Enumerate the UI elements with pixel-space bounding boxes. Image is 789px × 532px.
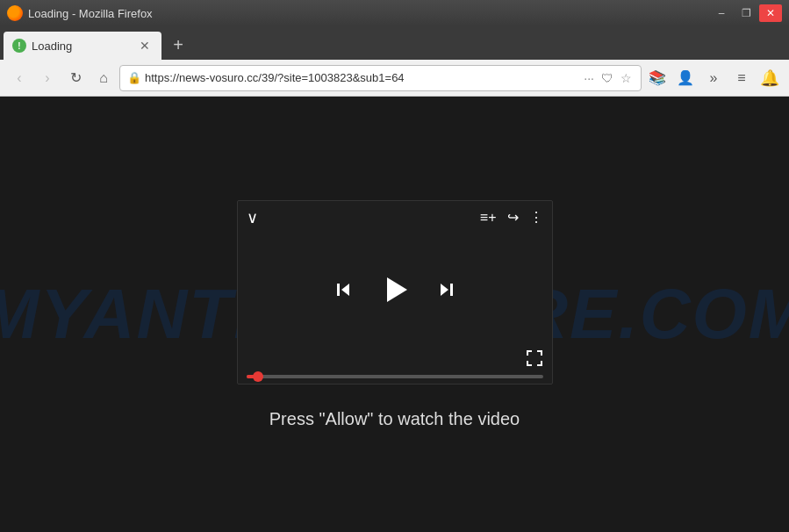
reload-button[interactable]: ↻ — [63, 66, 88, 90]
restore-button[interactable]: ❐ — [735, 4, 757, 22]
address-actions: ··· 🛡 ☆ — [582, 69, 634, 87]
navbar: ‹ › ↻ ⌂ 🔒 https://news-vosuro.cc/39/?sit… — [0, 60, 789, 97]
window-controls: – ❐ ✕ — [710, 4, 782, 22]
browser-window: Loading - Mozilla Firefox – ❐ ✕ Loading … — [0, 0, 789, 532]
library-button[interactable]: 📚 — [645, 66, 670, 90]
menu-icon: ≡ — [737, 70, 745, 86]
close-button[interactable]: ✕ — [759, 4, 782, 22]
player-center-controls — [238, 234, 552, 346]
url-more-icon[interactable]: ··· — [582, 69, 596, 87]
minimize-button[interactable]: – — [710, 4, 733, 22]
url-text: https://news-vosuro.cc/39/?site=1003823&… — [145, 71, 578, 84]
titlebar: Loading - Mozilla Firefox – ❐ ✕ — [0, 0, 789, 26]
bookmark-star-icon[interactable]: ☆ — [619, 69, 634, 87]
player-top-left: ∨ — [247, 208, 258, 227]
extensions-icon: » — [710, 70, 718, 86]
page-caption: Press "Allow" to watch the video — [269, 409, 520, 429]
sync-button[interactable]: 👤 — [673, 66, 698, 90]
sync-icon: 👤 — [677, 69, 694, 86]
notification-bell-button[interactable]: 🔔 — [757, 66, 782, 90]
new-tab-button[interactable]: + — [165, 32, 191, 58]
queue-icon[interactable]: ≡+ — [480, 210, 497, 226]
address-bar[interactable]: 🔒 https://news-vosuro.cc/39/?site=100382… — [119, 65, 642, 91]
library-icon: 📚 — [649, 69, 666, 86]
progress-fill — [247, 375, 259, 378]
bell-icon: 🔔 — [760, 68, 779, 88]
forward-button[interactable]: › — [35, 66, 60, 90]
svg-rect-1 — [337, 284, 340, 296]
svg-marker-2 — [387, 277, 407, 302]
player-bottom-controls — [238, 346, 552, 384]
fullscreen-button[interactable] — [526, 349, 543, 371]
browser-tab[interactable]: Loading ✕ — [4, 32, 161, 60]
tabbar: Loading ✕ + — [0, 26, 789, 60]
window-title: Loading - Mozilla Firefox — [28, 7, 153, 20]
navbar-right: 📚 👤 » ≡ 🔔 — [645, 66, 782, 90]
lock-icon: 🔒 — [127, 71, 141, 84]
extensions-button[interactable]: » — [701, 66, 726, 90]
tab-title: Loading — [32, 40, 132, 53]
progress-bar[interactable] — [247, 375, 543, 378]
more-options-icon[interactable]: ⋮ — [529, 209, 543, 226]
page-content: MYANTISPYWARE.COM ∨ ≡+ ↪ ⋮ — [0, 97, 789, 532]
firefox-logo-icon — [7, 5, 23, 21]
fullscreen-row — [247, 349, 543, 371]
skip-back-button[interactable] — [333, 279, 354, 300]
play-button[interactable] — [378, 273, 412, 306]
player-top-right: ≡+ ↪ ⋮ — [480, 209, 543, 226]
video-player: ∨ ≡+ ↪ ⋮ — [237, 200, 553, 385]
tab-favicon-icon — [12, 39, 26, 53]
menu-button[interactable]: ≡ — [729, 66, 754, 90]
skip-forward-button[interactable] — [436, 279, 457, 300]
svg-marker-0 — [341, 284, 349, 296]
svg-rect-4 — [450, 284, 453, 296]
titlebar-left: Loading - Mozilla Firefox — [7, 5, 153, 21]
tab-close-button[interactable]: ✕ — [137, 38, 153, 54]
player-top-bar: ∨ ≡+ ↪ ⋮ — [238, 201, 552, 234]
progress-thumb — [253, 371, 263, 382]
svg-marker-3 — [441, 284, 448, 296]
home-button[interactable]: ⌂ — [91, 66, 116, 90]
back-button[interactable]: ‹ — [7, 66, 32, 90]
share-icon[interactable]: ↪ — [507, 209, 519, 226]
shield-icon: 🛡 — [599, 69, 615, 87]
chevron-down-icon[interactable]: ∨ — [247, 209, 258, 226]
